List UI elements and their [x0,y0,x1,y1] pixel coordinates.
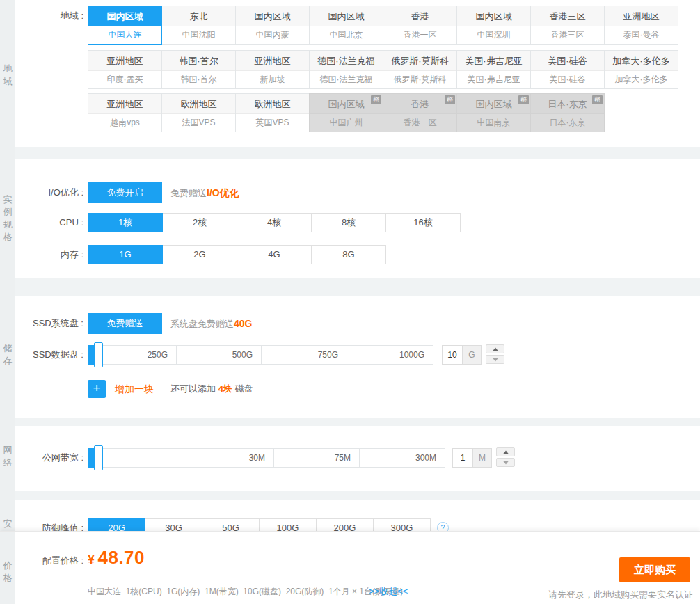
add-disk-button[interactable]: + [88,380,106,398]
region-group-label: 亚洲地区 [236,51,309,71]
bandwidth-slider[interactable]: 30M 75M 300M [88,448,445,468]
memory-option-2g[interactable]: 2G [162,245,237,264]
arrow-up-icon [493,347,498,351]
price-amount: 48.70 [97,547,145,568]
data-disk-slider-handle[interactable] [94,342,103,367]
region-name-label: 法国VPS [162,114,235,132]
cpu-option-4core[interactable]: 4核 [237,213,312,232]
price-bar: 价格 配置价格 : ¥ 48.70 中国大连 1核(CPU) 1G(内存) 1M… [0,531,700,604]
io-field-label: I/O优化 : [15,182,83,203]
region-option-hongkong-2: 罄 香港 香港二区 [383,93,457,132]
region-option-toronto[interactable]: 加拿大·多伦多 加拿大·多伦多 [604,50,678,89]
region-group-label: 香港三区 [531,6,604,26]
price-field-label: 配置价格 : [15,555,83,567]
cpu-option-2core[interactable]: 2核 [162,213,237,232]
region-name-label: 德国·法兰克福 [310,71,383,88]
bandwidth-size-group: M [452,448,492,468]
region-option-vietnam[interactable]: 亚洲地区 越南vps [88,93,162,132]
memory-option-1g[interactable]: 1G [88,245,163,264]
region-option-moscow[interactable]: 俄罗斯·莫斯科 俄罗斯·莫斯科 [383,50,457,89]
region-option-shenyang[interactable]: 东北 中国沈阳 [161,6,236,45]
region-group-label: 欧洲地区 [162,94,235,114]
region-option-neimeng[interactable]: 国内区域 中国内蒙 [235,6,310,45]
sold-out-badge: 罄 [592,95,603,104]
io-enable-button[interactable]: 免费开启 [88,182,162,203]
region-group-label: 欧洲地区 [236,94,309,114]
region-name-label: 中国内蒙 [236,26,309,44]
bandwidth-unit-label: M [472,448,492,468]
memory-field-label: 内存 : [15,245,83,264]
region-group-label: 美国·弗吉尼亚 [457,51,530,71]
sold-out-badge: 罄 [445,95,455,104]
cpu-option-16core[interactable]: 16核 [385,213,461,232]
data-disk-stop-500g[interactable]: 500G [176,345,262,365]
region-name-label: 香港一区 [383,26,456,44]
section-label-strip: 地域 实例规格 储存 网络 安全 [0,0,15,604]
currency-symbol: ¥ [88,553,95,566]
data-disk-size-input[interactable] [442,345,463,365]
collapse-link[interactable]: >>收起<< [369,585,408,598]
region-option-singapore[interactable]: 亚洲地区 新加坡 [235,50,310,89]
system-disk-field-label: SSD系统盘 : [15,313,83,334]
system-disk-free-button[interactable]: 免费赠送 [88,313,162,334]
region-option-nanjing: 罄 国内区域 中国南京 [456,93,531,132]
region-option-uk[interactable]: 欧洲地区 英国VPS [235,93,310,132]
region-option-hongkong-3[interactable]: 香港三区 香港三区 [530,6,605,45]
region-row-3: 亚洲地区 越南vps 欧洲地区 法国VPS 欧洲地区 英国VPS 罄 国内区域 … [88,93,605,132]
region-name-label: 中国大连 [88,26,161,44]
data-disk-increase-button[interactable] [486,344,504,353]
bandwidth-size-input[interactable] [452,448,473,468]
cpu-option-8core[interactable]: 8核 [311,213,386,232]
region-group-label: 国内区域 [88,6,161,26]
region-option-virginia[interactable]: 美国·弗吉尼亚 美国·弗吉尼亚 [456,50,531,89]
data-disk-stop-750g[interactable]: 750G [261,345,347,365]
io-hint-text: 免费赠送 [170,188,207,198]
bandwidth-stop-30m[interactable]: 30M [97,448,274,468]
region-name-label: 泰国·曼谷 [605,26,678,44]
region-group-label: 德国·法兰克福 [310,51,383,71]
system-disk-hint-text: 系统盘免费赠送 [170,319,234,329]
data-disk-stop-250g[interactable]: 250G [97,345,177,365]
region-option-dalian[interactable]: 国内区域 中国大连 [88,6,162,45]
region-option-guangzhou: 罄 国内区域 中国广州 [309,93,383,132]
section-label-price: 价格 [0,559,15,585]
region-option-france[interactable]: 欧洲地区 法国VPS [161,93,236,132]
price-strip: 价格 [0,532,15,604]
region-name-label: 香港二区 [383,114,456,132]
cpu-option-1core[interactable]: 1核 [88,213,163,232]
data-disk-stop-1000g[interactable]: 1000G [347,345,433,365]
add-disk-label[interactable]: 增加一块 [115,380,154,398]
region-name-label: 中国深圳 [457,26,530,44]
region-option-beijing[interactable]: 国内区域 中国北京 [309,6,383,45]
region-name-label: 中国广州 [310,114,383,132]
region-option-shenzhen[interactable]: 国内区域 中国深圳 [456,6,531,45]
buy-now-button[interactable]: 立即购买 [619,557,690,582]
region-option-bangkok[interactable]: 亚洲地区 泰国·曼谷 [604,6,678,45]
region-group-label: 加拿大·多伦多 [605,51,678,71]
region-field-label: 地域 : [15,6,83,26]
region-option-mumbai[interactable]: 亚洲地区 印度·孟买 [88,50,162,89]
arrow-down-icon [493,358,498,361]
region-option-hongkong-1[interactable]: 香港 香港一区 [383,6,457,45]
region-name-label: 加拿大·多伦多 [605,71,678,88]
data-disk-decrease-button[interactable] [486,355,504,364]
bandwidth-decrease-button[interactable] [496,458,515,467]
bandwidth-slider-handle[interactable] [94,445,103,470]
region-name-label: 香港三区 [531,26,604,44]
region-option-tokyo: 罄 日本·东京 日本·东京 [530,93,605,132]
region-option-frankfurt[interactable]: 德国·法兰克福 德国·法兰克福 [309,50,383,89]
data-disk-slider[interactable]: 250G 500G 750G 1000G [88,345,433,365]
memory-option-4g[interactable]: 4G [237,245,312,264]
bandwidth-stop-75m[interactable]: 75M [273,448,360,468]
bandwidth-increase-button[interactable] [496,447,515,456]
region-group-label: 东北 [162,6,235,26]
region-option-siliconvalley[interactable]: 美国·硅谷 美国·硅谷 [530,50,605,89]
region-option-seoul[interactable]: 韩国·首尔 韩国·首尔 [161,50,236,89]
data-disk-slider-fill [88,345,97,365]
memory-option-8g[interactable]: 8G [311,245,386,264]
add-disk-hint-post: 磁盘 [232,383,253,394]
data-disk-unit-label: G [462,345,482,365]
server-config-page: 地域 实例规格 储存 网络 安全 地域 : 国内区域 中国大连 东北 中国沈阳 … [0,0,700,604]
io-hint: 免费赠送I/O优化 [170,182,239,203]
bandwidth-stop-300m[interactable]: 300M [359,448,445,468]
